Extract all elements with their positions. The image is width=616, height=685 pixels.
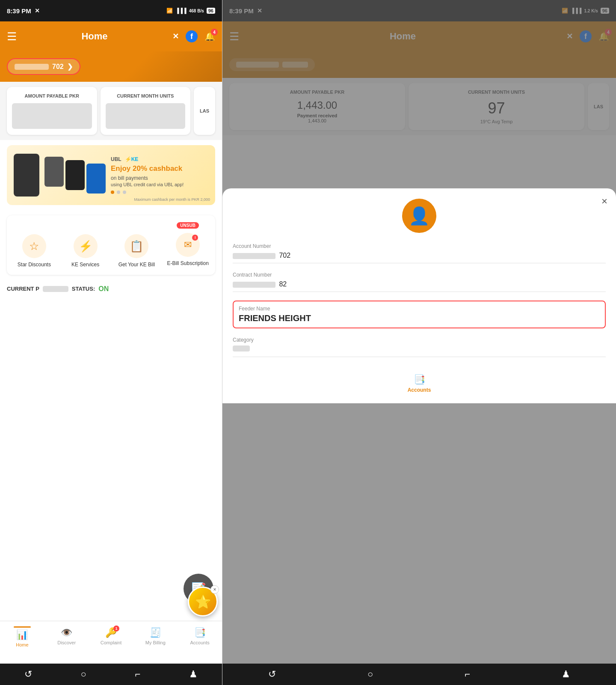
float-close-icon[interactable]: ×	[210, 585, 219, 594]
contract-number-value: 82	[233, 280, 606, 292]
nav-billing-left[interactable]: 🧾 My Billing	[133, 625, 178, 645]
action-star-discounts[interactable]: . ☆ Star Discounts	[10, 222, 58, 268]
ke-bill-label: Get Your KE Bill	[118, 262, 155, 268]
account-number-suffix: 702	[279, 252, 290, 259]
sys-nav-right: ↺ ○ ⌐ ♟	[222, 664, 616, 685]
modal-bottom-area: 📑 Accounts	[233, 374, 606, 393]
ebill-badge: !	[192, 235, 198, 241]
stat-units-placeholder-left	[106, 103, 186, 129]
action-ke-services[interactable]: . ⚡ KE Services	[62, 222, 110, 268]
nav-discover-left[interactable]: 👁️ Discover	[44, 625, 89, 645]
banner-disclaimer: Maximum cashback per month is PKR 2,000	[134, 197, 210, 202]
account-pill-left[interactable]: 702 ❯	[7, 58, 80, 75]
battery-left: 96	[207, 8, 215, 14]
back-btn-right[interactable]: ↺	[268, 669, 276, 680]
star-discounts-icon: ☆	[22, 234, 46, 258]
card-mock-1	[44, 157, 64, 187]
accounts-icon-right: 📑	[414, 374, 425, 385]
signal-icon-left: ▐▐▐	[175, 8, 187, 14]
stat-amount-placeholder-left	[12, 103, 92, 129]
stat-card-last-left[interactable]: LAS	[194, 87, 215, 135]
banner-detail: using UBL credit card via UBL app!	[111, 182, 184, 187]
modal-avatar: 👤	[402, 199, 436, 233]
phone-right: 8:39 PM ✕ 📶 ▐▐▐ 1.2 K/s 96 ☰ Home ✕ f 🔔 …	[222, 0, 616, 685]
action-ke-bill[interactable]: . 📋 Get Your KE Bill	[113, 222, 161, 268]
current-status-left: CURRENT P STATUS: ON	[0, 280, 222, 296]
unsub-tag: UNSUB	[177, 222, 199, 229]
ke-bill-icon: 📋	[124, 234, 148, 258]
billing-label-left: My Billing	[145, 640, 166, 645]
modal-contract-number-field: Contract Number 82	[233, 272, 606, 292]
action-ebill[interactable]: UNSUB ✉ ! E-Bill Subscription	[164, 222, 212, 268]
accounts-label-left: Accounts	[190, 640, 209, 645]
stats-row-left: AMOUNT PAYABLE PKR CURRENT MONTH UNITS L…	[0, 82, 222, 140]
back-btn-left[interactable]: ↺	[24, 669, 32, 680]
hero-area-left: 702 ❯	[0, 51, 222, 82]
contract-number-suffix: 82	[279, 280, 287, 288]
phone-left: 8:39 PM ✕ 📶 ▐▐▐ 468 B/s 96 ☰ Home ✕ f 🔔 …	[0, 0, 222, 685]
dot-1	[111, 191, 114, 194]
nav-home-left[interactable]: 📊 Home	[0, 625, 44, 647]
category-blurred	[233, 345, 250, 351]
status-area-left: CURRENT P STATUS: ON 📝 ⭐ ×	[0, 280, 222, 621]
banner-phone-mock	[14, 154, 39, 197]
recents-btn-right[interactable]: ⌐	[465, 669, 470, 680]
nav-accounts-left[interactable]: 📑 Accounts	[178, 625, 222, 645]
discover-label-left: Discover	[57, 640, 76, 645]
banner-area-left: UBL ⚡KE Enjoy 20% cashback on bill payme…	[0, 140, 222, 210]
status-on-label: ON	[98, 285, 109, 293]
sys-nav-left: ↺ ○ ⌐ ♟	[0, 664, 222, 685]
notification-badge-left: 4	[211, 29, 218, 36]
nav-complaint-left[interactable]: 🔑 1 Complaint	[89, 625, 133, 645]
wifi-icon-left: 📶	[166, 8, 173, 14]
quick-actions-left: . ☆ Star Discounts . ⚡ KE Services . 📋	[0, 210, 222, 280]
contract-number-label: Contract Number	[233, 272, 606, 278]
facebook-icon-left[interactable]: f	[186, 30, 198, 42]
accounts-icon-left: 📑	[194, 627, 206, 638]
stat-card-units-left[interactable]: CURRENT MONTH UNITS	[101, 87, 191, 135]
star-float-btn[interactable]: ⭐ ×	[188, 587, 218, 616]
bottom-nav-left: 📊 Home 👁️ Discover 🔑 1 Complaint 🧾 My Bi…	[0, 621, 222, 664]
ubl-logo: UBL	[111, 156, 121, 162]
avatar-icon: 👤	[409, 206, 430, 226]
discover-nav-badge: 👁️	[61, 627, 72, 638]
home-icon-left: 📊	[16, 629, 28, 640]
banner-text-left: UBL ⚡KE Enjoy 20% cashback on bill payme…	[111, 156, 184, 194]
card-mock-2	[65, 160, 85, 190]
stat-card-amount-left[interactable]: AMOUNT PAYABLE PKR	[7, 87, 97, 135]
modal-overlay: × 👤 Account Number 702 Contract Number 8…	[222, 0, 616, 685]
person-btn-right[interactable]: ♟	[562, 669, 570, 680]
ke-services-label: KE Services	[71, 262, 99, 268]
status-blurred	[43, 286, 68, 292]
notification-bell-left[interactable]: 🔔 4	[204, 31, 215, 42]
feeder-name-value: FRIENDS HEIGHT	[239, 313, 600, 323]
account-number-label: Account Number	[233, 243, 606, 249]
home-btn-right[interactable]: ○	[367, 669, 373, 680]
billing-icon-left: 🧾	[150, 627, 161, 638]
account-number-left: 702	[52, 63, 64, 71]
person-btn-left[interactable]: ♟	[189, 669, 198, 680]
account-modal: × 👤 Account Number 702 Contract Number 8…	[222, 188, 616, 403]
modal-account-number-field: Account Number 702	[233, 243, 606, 263]
star-discounts-label: Star Discounts	[18, 262, 51, 268]
ubl-banner-left[interactable]: UBL ⚡KE Enjoy 20% cashback on bill payme…	[7, 145, 215, 205]
feeder-name-label: Feeder Name	[239, 306, 600, 312]
menu-icon-left[interactable]: ☰	[7, 30, 17, 43]
dot-3	[123, 191, 126, 194]
category-label: Category	[233, 337, 606, 343]
banner-sub-text: on bill payments	[111, 175, 184, 181]
home-btn-left[interactable]: ○	[81, 669, 86, 680]
modal-accounts-nav[interactable]: 📑 Accounts	[408, 374, 431, 393]
time-left: 8:39 PM	[7, 7, 31, 15]
twitter-icon-left[interactable]: ✕	[172, 32, 179, 41]
chevron-right-left: ❯	[67, 63, 73, 71]
ebill-icon: ✉ !	[176, 233, 200, 257]
complaint-nav-badge-wrap: 🔑 1	[105, 627, 117, 638]
x-icon-left: ✕	[35, 7, 40, 14]
star-float-icon: ⭐	[195, 594, 211, 609]
banner-cashback-text: Enjoy 20% cashback	[111, 164, 184, 173]
account-number-value: 702	[233, 252, 606, 263]
recents-btn-left[interactable]: ⌐	[135, 669, 141, 680]
modal-close-btn[interactable]: ×	[601, 195, 607, 207]
status-label: CURRENT P	[7, 286, 39, 292]
